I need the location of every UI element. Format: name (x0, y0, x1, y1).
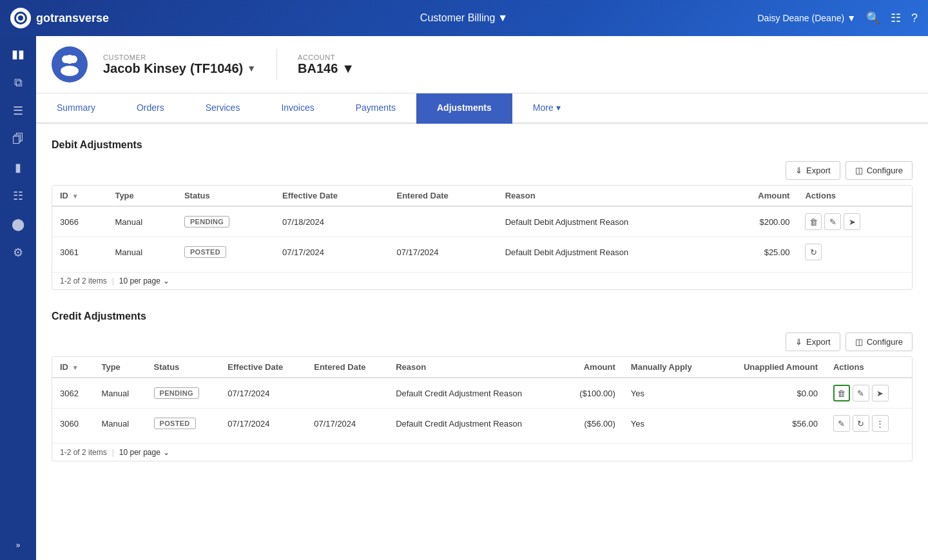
col-effective-date: Effective Date (275, 186, 389, 206)
svg-point-2 (65, 55, 74, 64)
tab-adjustments[interactable]: Adjustments (416, 93, 512, 124)
sidebar-item-card[interactable]: ▮ (5, 155, 31, 180)
row-type: Manual (93, 409, 146, 439)
apps-button[interactable]: ☷ (891, 11, 901, 25)
app-name: gotransverse (36, 12, 109, 25)
table-row: 3061 Manual POSTED 07/17/2024 07/17/2024… (52, 237, 912, 267)
col-type: Type (107, 186, 177, 206)
row-reason: Default Debit Adjustment Reason (498, 206, 722, 237)
debit-table: ID ▼ Type Status Effective Date Entered … (52, 186, 912, 267)
customer-dropdown-icon: ▼ (247, 63, 256, 73)
table-row: 3066 Manual PENDING 07/18/2024 Default D… (52, 206, 912, 237)
col-manually-apply: Manually Apply (623, 357, 717, 378)
sidebar-item-settings[interactable]: ⚙ (5, 240, 31, 266)
sidebar-expand[interactable]: » (11, 536, 26, 555)
sidebar-item-grid[interactable]: ☷ (5, 183, 31, 209)
per-page-chevron: ⌄ (163, 276, 169, 285)
app-logo[interactable]: gotransverse (10, 8, 109, 28)
row-actions: ✎ ↻ ⋮ (826, 409, 912, 439)
col-amount: Amount (721, 186, 797, 206)
col-type: Type (93, 357, 146, 378)
edit-button[interactable]: ✎ (833, 415, 850, 432)
col-reason: Reason (498, 186, 722, 206)
debit-adjustments-title: Debit Adjustments (52, 139, 913, 151)
sidebar-item-copy[interactable]: ⧉ (5, 70, 31, 95)
undo-button[interactable]: ↻ (853, 415, 869, 432)
export-icon: ⇓ (795, 166, 802, 175)
col-reason: Reason (388, 357, 561, 378)
col-amount: Amount (561, 357, 623, 378)
settings-icon: ⚙ (13, 246, 23, 260)
row-id: 3066 (52, 206, 107, 237)
tab-summary[interactable]: Summary (36, 93, 116, 124)
col-id[interactable]: ID ▼ (52, 186, 107, 206)
credit-configure-button[interactable]: ◫ Configure (846, 333, 913, 351)
col-actions: Actions (797, 186, 912, 206)
svg-point-3 (61, 66, 79, 76)
delete-button[interactable]: 🗑 (833, 385, 850, 401)
main-content: Debit Adjustments ⇓ Export ◫ Configure (36, 124, 928, 560)
row-manually-apply: Yes (623, 409, 717, 439)
top-nav: gotransverse Customer Billing ▼ Daisy De… (0, 0, 928, 36)
row-actions: 🗑 ✎ ➤ (797, 206, 912, 237)
row-entered-date (306, 378, 388, 409)
debit-export-button[interactable]: ⇓ Export (786, 161, 840, 180)
customer-name[interactable]: Jacob Kinsey (TF1046) ▼ (103, 61, 256, 76)
nav-right: Daisy Deane (Deane) ▼ 🔍 ☷ ? (758, 11, 918, 25)
grid-icon: ☷ (13, 189, 23, 203)
tab-more[interactable]: More ▾ (512, 93, 581, 124)
tab-payments[interactable]: Payments (335, 93, 416, 124)
credit-export-button[interactable]: ⇓ Export (786, 333, 840, 351)
debit-configure-button[interactable]: ◫ Configure (846, 161, 913, 180)
help-button[interactable]: ? (911, 12, 918, 25)
row-amount: ($100.00) (561, 378, 623, 409)
tab-orders[interactable]: Orders (116, 93, 185, 124)
col-id[interactable]: ID ▼ (52, 357, 93, 378)
col-status: Status (146, 357, 220, 378)
account-info: ACCOUNT BA146 ▼ (298, 53, 354, 76)
search-button[interactable]: 🔍 (866, 11, 880, 25)
edit-button[interactable]: ✎ (853, 385, 869, 401)
undo-button[interactable]: ↻ (805, 244, 822, 260)
table-row: 3060 Manual POSTED 07/17/2024 07/17/2024… (52, 409, 912, 439)
row-reason: Default Credit Adjustment Reason (388, 409, 561, 439)
debit-table-container: ID ▼ Type Status Effective Date Entered … (52, 185, 913, 290)
row-entered-date: 07/17/2024 (389, 237, 498, 267)
palette-icon: ⬤ (12, 217, 24, 231)
credit-adjustments-title: Credit Adjustments (52, 311, 913, 322)
tab-invoices[interactable]: Invoices (260, 93, 334, 124)
send-button[interactable]: ➤ (844, 213, 860, 230)
row-effective-date: 07/17/2024 (220, 378, 306, 409)
row-id: 3061 (52, 237, 107, 267)
row-status: PENDING (146, 378, 220, 409)
credit-toolbar: ⇓ Export ◫ Configure (52, 333, 913, 351)
send-button[interactable]: ➤ (872, 385, 889, 401)
delete-button[interactable]: 🗑 (805, 213, 822, 230)
dashboard-icon: ▮▮ (12, 47, 24, 61)
sidebar-item-dashboard[interactable]: ▮▮ (5, 41, 31, 67)
user-menu[interactable]: Daisy Deane (Deane) ▼ (758, 13, 856, 23)
export-icon: ⇓ (795, 337, 802, 347)
credit-per-page[interactable]: 10 per page ⌄ (119, 448, 169, 457)
row-unapplied-amount: $56.00 (717, 409, 826, 439)
account-name[interactable]: BA146 ▼ (298, 61, 354, 76)
sidebar-item-list[interactable]: ☰ (5, 98, 31, 124)
col-actions: Actions (826, 357, 912, 378)
more-actions-button[interactable]: ⋮ (872, 415, 889, 432)
row-reason: Default Credit Adjustment Reason (388, 378, 561, 409)
user-caret: ▼ (847, 13, 856, 23)
edit-button[interactable]: ✎ (824, 213, 841, 230)
header-divider (276, 49, 277, 80)
tab-services[interactable]: Services (185, 93, 261, 124)
credit-table-container: ID ▼ Type Status Effective Date Entered … (52, 356, 913, 461)
debit-per-page[interactable]: 10 per page ⌄ (119, 276, 169, 285)
row-actions: ↻ (797, 237, 912, 267)
row-amount: $200.00 (721, 206, 797, 237)
credit-table: ID ▼ Type Status Effective Date Entered … (52, 357, 912, 438)
row-type: Manual (107, 206, 177, 237)
row-type: Manual (107, 237, 177, 267)
sidebar-item-palette[interactable]: ⬤ (5, 211, 31, 237)
sidebar-item-document[interactable]: 🗍 (5, 126, 31, 152)
row-actions: 🗑 ✎ ➤ (826, 378, 912, 409)
row-effective-date: 07/17/2024 (275, 237, 389, 267)
